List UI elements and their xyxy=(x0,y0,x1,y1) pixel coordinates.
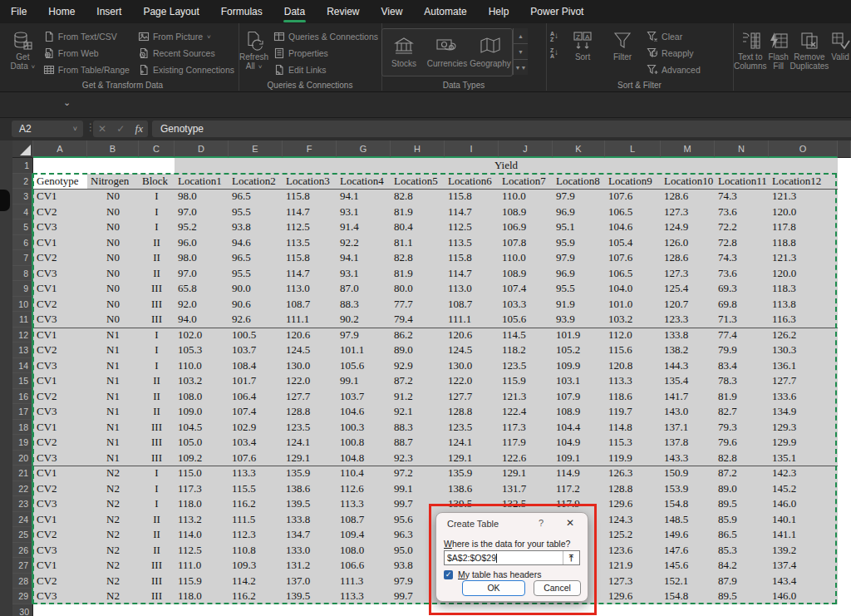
location7-cell[interactable]: 107.8 xyxy=(499,235,553,251)
row-header-10[interactable]: 10 xyxy=(12,297,33,313)
genotype-cell[interactable]: CV1 xyxy=(33,189,87,205)
location3-cell[interactable]: 108.7 xyxy=(283,297,337,313)
location4-cell[interactable]: 108.0 xyxy=(337,543,391,559)
cell-row30[interactable] xyxy=(283,604,337,616)
location4-cell[interactable]: 106.6 xyxy=(337,558,391,574)
location12-cell[interactable]: 129.9 xyxy=(769,435,838,451)
nitrogen-cell[interactable]: N0 xyxy=(87,281,139,297)
ribbon-tab-review[interactable]: Review xyxy=(316,0,370,23)
location12-cell[interactable]: 118.3 xyxy=(769,281,838,297)
location11-cell[interactable]: 74.3 xyxy=(715,250,769,266)
location12-cell[interactable]: 113.8 xyxy=(769,297,838,313)
cell-P1[interactable] xyxy=(838,158,851,174)
location9-cell[interactable]: 119.7 xyxy=(605,404,661,420)
nitrogen-cell[interactable]: N2 xyxy=(87,527,139,543)
name-box[interactable]: A2 ˅ xyxy=(12,121,83,137)
filler-cell[interactable] xyxy=(838,342,851,358)
row-header-18[interactable]: 18 xyxy=(12,420,33,436)
ribbon-tab-page-layout[interactable]: Page Layout xyxy=(132,0,209,23)
location7-cell[interactable]: 103.3 xyxy=(499,297,553,313)
location10-cell[interactable]: 144.3 xyxy=(661,358,715,374)
location4-cell[interactable]: 93.1 xyxy=(337,205,391,220)
column-header-H[interactable]: H xyxy=(391,140,445,158)
location12-cell[interactable]: 145.2 xyxy=(769,481,838,497)
location5-cell[interactable]: 97.2 xyxy=(391,466,445,481)
select-all-corner[interactable] xyxy=(12,140,33,158)
location5-cell[interactable]: 81.9 xyxy=(391,266,445,282)
collapse-ribbon-icon[interactable]: ⌄ xyxy=(63,98,71,107)
location8-cell[interactable]: 101.9 xyxy=(553,328,605,343)
nitrogen-cell[interactable]: N1 xyxy=(87,389,139,405)
genotype-cell[interactable]: CV3 xyxy=(33,451,87,466)
location2-cell[interactable]: 102.9 xyxy=(229,420,283,436)
location6-cell[interactable]: 115.8 xyxy=(445,189,499,205)
row-header-9[interactable]: 9 xyxy=(12,281,33,297)
location9-cell[interactable]: 126.3 xyxy=(605,466,661,481)
genotype-cell[interactable]: CV1 xyxy=(33,558,87,574)
location9-cell[interactable]: 115.6 xyxy=(605,342,661,358)
location11-cell[interactable]: 87.2 xyxy=(715,466,769,481)
location12-cell[interactable]: 139.2 xyxy=(769,543,838,559)
currencies-data-type[interactable]: Currencies xyxy=(426,37,469,68)
location9-cell[interactable]: 119.9 xyxy=(605,451,661,466)
location4-cell[interactable]: 92.2 xyxy=(337,235,391,251)
header-cell-location11[interactable]: Location11 xyxy=(715,174,769,190)
existing-connections-button[interactable]: Existing Connections xyxy=(135,62,237,78)
column-header-L[interactable]: L xyxy=(605,140,661,158)
location3-cell[interactable]: 127.7 xyxy=(283,389,337,405)
location1-cell[interactable]: 95.2 xyxy=(175,219,229,235)
location10-cell[interactable]: 148.5 xyxy=(661,512,715,528)
location9-cell[interactable]: 125.2 xyxy=(605,527,661,543)
location6-cell[interactable]: 124.1 xyxy=(445,435,499,451)
location9-cell[interactable]: 107.6 xyxy=(605,250,661,266)
location7-cell[interactable]: 110.0 xyxy=(499,250,553,266)
location12-cell[interactable]: 121.3 xyxy=(769,189,838,205)
location5-cell[interactable]: 92.9 xyxy=(391,358,445,374)
location6-cell[interactable]: 120.6 xyxy=(445,328,499,343)
block-cell[interactable]: II xyxy=(139,404,175,420)
location7-cell[interactable]: 106.9 xyxy=(499,219,553,235)
genotype-cell[interactable]: CV3 xyxy=(33,496,87,512)
filler-cell[interactable] xyxy=(838,281,851,297)
location1-cell[interactable]: 98.0 xyxy=(175,189,229,205)
column-header-partial[interactable] xyxy=(838,140,851,158)
location10-cell[interactable]: 120.7 xyxy=(661,297,715,313)
nitrogen-cell[interactable]: N2 xyxy=(87,481,139,497)
location2-cell[interactable]: 92.6 xyxy=(229,312,283,328)
location3-cell[interactable]: 134.7 xyxy=(283,527,337,543)
location12-cell[interactable]: 127.7 xyxy=(769,373,838,389)
location9-cell[interactable]: 113.3 xyxy=(605,373,661,389)
location3-cell[interactable]: 137.0 xyxy=(283,574,337,589)
location8-cell[interactable]: 95.9 xyxy=(553,235,605,251)
from-picture-button[interactable]: From Picture˅ xyxy=(135,28,237,45)
location6-cell[interactable]: 138.6 xyxy=(445,481,499,497)
location1-cell[interactable]: 96.0 xyxy=(175,235,229,251)
insert-function-icon[interactable]: fx xyxy=(135,122,143,136)
location7-cell[interactable]: 108.9 xyxy=(499,205,553,220)
yield-merged-cell[interactable]: Yield xyxy=(175,158,838,174)
genotype-cell[interactable]: CV2 xyxy=(33,342,87,358)
location8-cell[interactable]: 95.5 xyxy=(553,281,605,297)
location11-cell[interactable]: 78.3 xyxy=(715,373,769,389)
genotype-cell[interactable]: CV2 xyxy=(33,297,87,313)
genotype-cell[interactable]: CV2 xyxy=(33,481,87,497)
block-cell[interactable]: III xyxy=(139,558,175,574)
filler-cell[interactable] xyxy=(838,435,851,451)
location7-cell[interactable]: 123.5 xyxy=(499,358,553,374)
location8-cell[interactable]: 117.9 xyxy=(553,496,605,512)
location8-cell[interactable]: 95.1 xyxy=(553,219,605,235)
headers-checkbox[interactable]: ✓ xyxy=(444,570,453,579)
column-header-A[interactable]: A xyxy=(33,140,87,158)
location11-cell[interactable]: 73.6 xyxy=(715,205,769,220)
location4-cell[interactable]: 103.7 xyxy=(337,389,391,405)
location9-cell[interactable]: 105.4 xyxy=(605,235,661,251)
queries-connections-button[interactable]: Queries & Connections xyxy=(271,28,381,45)
row-header-23[interactable]: 23 xyxy=(12,496,33,512)
block-cell[interactable]: I xyxy=(139,496,175,512)
formula-input[interactable]: Genotype xyxy=(152,121,851,137)
genotype-cell[interactable]: CV1 xyxy=(33,420,87,436)
location2-cell[interactable]: 96.5 xyxy=(229,189,283,205)
filler-cell[interactable] xyxy=(838,189,851,205)
location1-cell[interactable]: 104.5 xyxy=(175,420,229,436)
cell-row30[interactable] xyxy=(715,604,769,616)
